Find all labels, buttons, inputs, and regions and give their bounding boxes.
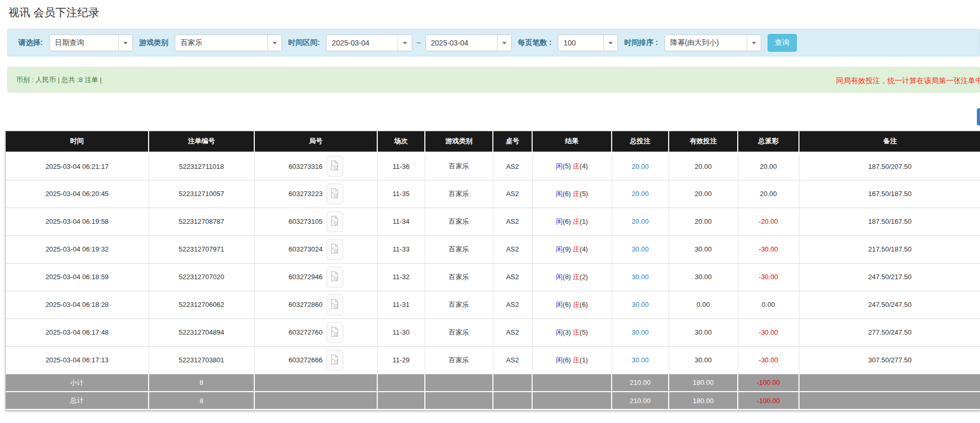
date-from-select[interactable]: 2025-03-04	[326, 35, 412, 51]
query-type-select[interactable]: 日期查询	[49, 35, 133, 51]
table-header-row: 时间注单编号局号场次游戏类别桌号结果总投注有效投注总派彩备注	[6, 131, 980, 152]
cell-game-type: 百家乐	[425, 318, 493, 346]
round-id-text: 603273316	[288, 163, 322, 170]
cell-payout: -30.00	[738, 318, 799, 346]
cell-bet-id: 522312704894	[149, 318, 254, 346]
video-file-icon	[330, 354, 339, 367]
cell-bet-id: 522312707020	[149, 263, 254, 291]
cell-remark: 247.50/217.50	[799, 263, 980, 291]
table-row: 2025-03-04 06:18:28522312706062603272860…	[6, 291, 980, 318]
video-file-icon	[330, 243, 339, 256]
cell-game-type: 百家乐	[425, 263, 493, 291]
banker-result: 庄	[573, 190, 580, 198]
cell-table-no: AS2	[493, 263, 532, 291]
cell-payout: -20.00	[738, 208, 799, 235]
banker-result: 庄	[573, 162, 580, 170]
cell-table-no: AS2	[493, 208, 532, 235]
sort-order-value: 降幂(由大到小)	[665, 35, 747, 51]
cell-payout: -30.00	[738, 263, 799, 291]
cell-time: 2025-03-04 06:17:13	[6, 346, 149, 374]
video-replay-button[interactable]	[326, 267, 343, 288]
video-replay-button[interactable]	[326, 156, 343, 177]
banker-result: 庄	[573, 328, 580, 336]
cell-session: 11-34	[377, 208, 425, 235]
cell-result: 闲(6) 庄(1)	[532, 346, 612, 374]
table-row: 2025-03-04 06:21:17522312711018603273316…	[6, 152, 980, 180]
chevron-down-icon	[747, 35, 761, 51]
cell-remark: 167.50/187.50	[799, 180, 980, 208]
game-type-value: 百家乐	[175, 35, 267, 51]
banker-result: 庄	[573, 273, 580, 281]
cell-time: 2025-03-04 06:19:32	[6, 235, 149, 263]
column-header: 注单编号	[149, 131, 254, 152]
search-button[interactable]: 查询	[768, 34, 797, 52]
banker-result: 庄	[573, 356, 580, 364]
totals-empty	[254, 374, 377, 392]
subtotal-row: 小计8210.00180.00-100.00	[6, 374, 980, 392]
video-file-icon	[330, 160, 339, 173]
cell-game-type: 百家乐	[425, 291, 493, 318]
totals-empty	[377, 374, 425, 392]
round-id-text: 603272666	[288, 356, 322, 364]
totals-count: 8	[149, 392, 254, 409]
date-to-select[interactable]: 2025-03-04	[425, 35, 512, 51]
valid-bet-note: 同局有效投注，统一计算在该局第一张注单中	[836, 76, 980, 86]
cell-session: 11-32	[377, 263, 425, 291]
video-replay-button[interactable]	[326, 211, 343, 232]
video-replay-button[interactable]	[326, 322, 343, 343]
cell-remark: 187.50/167.50	[799, 208, 980, 235]
column-header: 局号	[254, 131, 377, 152]
cell-valid-bet: 20.00	[669, 180, 738, 208]
per-page-select[interactable]: 100	[558, 35, 618, 51]
per-page-label: 每页笔数 :	[518, 38, 552, 48]
cell-remark: 307.50/277.50	[799, 346, 980, 374]
video-replay-button[interactable]	[326, 294, 343, 315]
table-row: 2025-03-04 06:20:45522312710057603273223…	[6, 180, 980, 208]
cell-total-bet: 30.00	[612, 235, 669, 263]
totals-label: 总计	[6, 392, 149, 409]
totals-empty	[425, 374, 493, 392]
cell-valid-bet: 20.00	[669, 208, 738, 235]
filter-bar: 请选择: 日期查询 游戏类别 百家乐 时间区间: 2025-03-04 ~ 20…	[7, 29, 980, 56]
bet-records-table: 时间注单编号局号场次游戏类别桌号结果总投注有效投注总派彩备注 2025-03-0…	[5, 131, 980, 410]
game-type-select[interactable]: 百家乐	[175, 35, 282, 51]
cell-table-no: AS2	[493, 346, 532, 374]
video-file-icon	[330, 188, 339, 200]
cell-payout: 0.00	[738, 291, 799, 318]
column-header: 场次	[377, 131, 425, 152]
cell-round-id: 603273024	[254, 235, 377, 263]
cell-valid-bet: 30.00	[669, 263, 738, 291]
video-replay-button[interactable]	[326, 239, 343, 260]
cell-table-no: AS2	[493, 235, 532, 263]
cell-valid-bet: 20.00	[669, 152, 738, 180]
table-body: 2025-03-04 06:21:17522312711018603273316…	[6, 152, 980, 409]
round-id-text: 603273105	[288, 218, 322, 225]
cell-remark: 277.50/247.50	[799, 318, 980, 346]
player-result: 闲	[556, 218, 562, 225]
column-header: 总派彩	[738, 131, 799, 152]
video-replay-button[interactable]	[326, 184, 343, 204]
time-range-label: 时间区间:	[288, 38, 320, 48]
totals-payout: -100.00	[738, 392, 799, 409]
cell-table-no: AS2	[493, 152, 532, 180]
chevron-down-icon	[497, 35, 511, 51]
export-button[interactable]	[977, 108, 980, 125]
cell-bet-id: 522312710057	[149, 180, 254, 208]
per-page-value: 100	[558, 35, 603, 51]
sort-order-select[interactable]: 降幂(由大到小)	[664, 35, 761, 51]
currency-total-text: 币别 : 人民币 | 总共 :8 注单 |	[16, 75, 102, 85]
player-result: 闲	[556, 190, 562, 198]
column-header: 备注	[799, 131, 980, 152]
cell-result: 闲(6) 庄(1)	[532, 208, 612, 235]
video-replay-button[interactable]	[326, 350, 343, 371]
cell-total-bet: 30.00	[612, 318, 669, 346]
cell-bet-id: 522312711018	[149, 152, 254, 180]
cell-table-no: AS2	[493, 318, 532, 346]
totals-empty	[493, 374, 532, 392]
chevron-down-icon	[118, 35, 132, 51]
cell-round-id: 603272760	[254, 318, 377, 346]
cell-session: 11-29	[377, 346, 425, 374]
column-header: 总投注	[612, 131, 669, 152]
cell-valid-bet: 30.00	[669, 346, 738, 374]
cell-valid-bet: 30.00	[669, 235, 738, 263]
